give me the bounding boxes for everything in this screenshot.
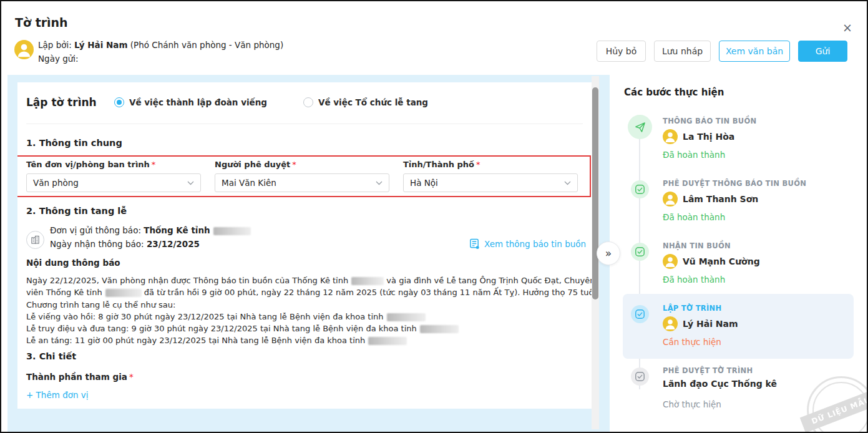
view-document-button[interactable]: Xem văn bản (719, 41, 790, 62)
steps-heading: Các bước thực hiện (624, 87, 724, 98)
sender-line: Đơn vị gửi thông báo: Thống Kê tỉnh (50, 225, 251, 235)
redacted-text (213, 227, 251, 235)
step-item: THÔNG BÁO TIN BUỒN La Thị Hòa Đã hoàn th… (624, 112, 856, 175)
document-icon (469, 238, 480, 250)
check-icon (635, 184, 645, 195)
form-card: Lập tờ trình Về việc thành lập đoàn viến… (17, 82, 592, 409)
redacted-text (105, 289, 142, 297)
send-icon (634, 121, 646, 134)
creator-role: (Phó Chánh văn phòng - Văn phòng) (127, 40, 283, 50)
section1-heading: 1. Thông tin chung (26, 138, 122, 148)
check-icon (631, 305, 649, 323)
divider (26, 124, 583, 124)
view-notice-link[interactable]: Xem thông báo tin buồn (469, 238, 586, 250)
step-item: NHẬN TIN BUỒN Vũ Mạnh Cường Đã hoàn thàn… (624, 237, 856, 299)
step-person-name: Lý Hải Nam (683, 319, 738, 329)
section2-heading: 2. Thông tin tang lễ (26, 206, 127, 216)
step-title: LẬP TỜ TRÌNH (663, 304, 721, 313)
send-icon (628, 115, 652, 139)
collapse-panel-button[interactable]: » (597, 241, 620, 265)
creator-avatar (14, 40, 34, 59)
step-person-name: Lãnh đạo Cục Thống kê (663, 379, 777, 389)
radio-le-tang[interactable]: Về việc Tổ chức lễ tang (303, 97, 428, 107)
notice-heading: Nội dung thông báo (26, 258, 120, 268)
cancel-button[interactable]: Hủy bỏ (597, 41, 646, 62)
add-unit-link[interactable]: + Thêm đơn vị (26, 390, 89, 400)
redacted-text (387, 313, 426, 321)
step-status: Đã hoàn thành (663, 150, 725, 160)
radio-unselected-icon (303, 97, 313, 107)
check-icon (635, 371, 645, 382)
step-status: Đã hoàn thành (663, 212, 725, 222)
step-person-name: Vũ Mạnh Cường (683, 256, 760, 266)
field-approver: Người phê duyệt* Mai Văn Kiên (215, 160, 389, 192)
scrollbar-thumb[interactable] (592, 87, 598, 299)
report-type-radios: Về việc thành lập đoàn viếng Về việc Tổ … (114, 97, 464, 107)
avatar (663, 316, 678, 331)
creator-name: Lý Hải Nam (74, 40, 127, 50)
unit-select[interactable]: Văn phòng (26, 173, 201, 192)
send-button[interactable]: Gửi (798, 41, 847, 62)
to-trinh-modal: Tờ trình × Lập bởi: Lý Hải Nam (Phó Chán… (0, 0, 868, 433)
check-icon (631, 243, 649, 261)
avatar (663, 129, 678, 144)
step-title: PHÊ DUYỆT TỜ TRÌNH (663, 366, 753, 375)
redacted-text (420, 325, 459, 333)
step-item: PHÊ DUYỆT THÔNG BÁO TIN BUỒN Lâm Thanh S… (624, 175, 856, 237)
step-item: PHÊ DUYỆT TỜ TRÌNH Lãnh đạo Cục Thống kê… (624, 362, 856, 424)
received-line: Ngày nhận thông báo: 23/12/2025 (50, 239, 200, 249)
sent-date-label: Ngày gửi: (38, 54, 79, 64)
participants-label: Thành phần tham gia* (26, 372, 134, 382)
chevron-down-icon (187, 181, 194, 185)
avatar (663, 254, 678, 269)
page-title: Tờ trình (15, 16, 68, 29)
radio-doan-vieng[interactable]: Về việc thành lập đoàn viếng (114, 97, 267, 107)
check-icon (635, 246, 645, 257)
close-icon[interactable]: × (840, 20, 855, 35)
approver-select[interactable]: Mai Văn Kiên (215, 173, 389, 192)
step-status: Chờ thực hiện (663, 399, 721, 409)
check-icon (631, 180, 649, 198)
field-province: Tỉnh/Thành phố* Hà Nội (403, 160, 578, 192)
avatar (663, 192, 678, 207)
section3-heading: 3. Chi tiết (26, 351, 76, 361)
step-title: NHẬN TIN BUỒN (663, 241, 731, 250)
chevron-down-icon (564, 181, 571, 185)
check-icon (635, 309, 645, 319)
step-person-name: La Thị Hòa (683, 132, 734, 142)
radio-selected-icon (114, 97, 124, 107)
save-draft-button[interactable]: Lưu nháp (654, 41, 711, 62)
chevron-down-icon (376, 181, 383, 185)
notice-body: Ngày 22/12/2025, Văn phòng nhận được Thô… (26, 275, 588, 347)
building-icon (26, 231, 44, 249)
step-status: Đã hoàn thành (663, 275, 725, 285)
redacted-text (351, 277, 384, 285)
field-unit: Tên đơn vị/phòng ban trình* Văn phòng (26, 160, 201, 192)
creator-line: Lập bởi: Lý Hải Nam (Phó Chánh văn phòng… (38, 40, 283, 50)
form-title: Lập tờ trình (26, 96, 97, 109)
redacted-text (368, 337, 407, 345)
check-icon (631, 367, 649, 386)
step-title: THÔNG BÁO TIN BUỒN (663, 117, 756, 125)
step-person-name: Lâm Thanh Sơn (683, 194, 758, 204)
double-chevron-right-icon: » (605, 247, 612, 260)
step-item: LẬP TỜ TRÌNH Lý Hải Nam Cần thực hiện (624, 299, 856, 362)
step-status: Cần thực hiện (663, 337, 721, 347)
province-select[interactable]: Hà Nội (403, 173, 578, 192)
steps-list: THÔNG BÁO TIN BUỒN La Thị Hòa Đã hoàn th… (624, 112, 856, 424)
step-title: PHÊ DUYỆT THÔNG BÁO TIN BUỒN (663, 179, 806, 188)
